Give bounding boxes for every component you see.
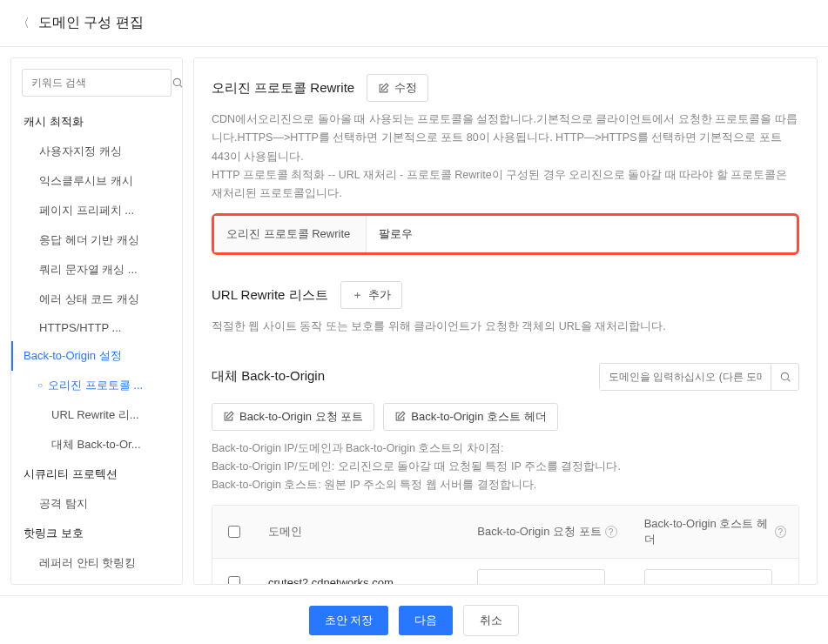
nav-item-ip-blacklist[interactable]: IP 블랙리스트/화...	[11, 578, 182, 585]
nav-item-response-header-cache[interactable]: 응답 헤더 기반 캐싱	[11, 225, 182, 255]
search-icon	[172, 77, 183, 89]
alt-origin-desc: Back-to-Origin IP/도메인과 Back-to-Origin 호스…	[212, 439, 799, 495]
alt-origin-table: 도메인 Back-to-Origin 요청 포트 ? Back-to-Origi…	[212, 505, 799, 585]
td-domain: crutest2.cdnetworks.com	[256, 559, 465, 585]
edit-icon	[394, 411, 406, 422]
origin-protocol-highlight: 오리진 프로토콜 Rewrite 팔로우	[212, 213, 799, 255]
row-checkbox[interactable]	[228, 576, 240, 585]
th-port: Back-to-Origin 요청 포트 ?	[465, 506, 631, 558]
edit-port-button[interactable]: Back-to-Origin 요청 포트	[212, 403, 374, 431]
svg-point-0	[173, 78, 180, 85]
section-url-rewrite: URL Rewrite 리스트 ＋ 추가 적절한 웹 사이트 동작 또는 보호를…	[212, 281, 799, 336]
sidebar-search-input[interactable]	[23, 70, 171, 96]
section-title-alt-origin: 대체 Back-to-Origin	[212, 368, 325, 385]
table-row: crutest2.cdnetworks.com	[212, 559, 798, 585]
port-input[interactable]	[477, 569, 605, 585]
nav-group-hotlink[interactable]: 핫링크 보호	[11, 519, 182, 548]
draft-save-button[interactable]: 초안 저장	[309, 606, 389, 635]
help-icon[interactable]: ?	[775, 526, 786, 538]
edit-button-label: 수정	[394, 80, 417, 96]
select-all-checkbox[interactable]	[228, 526, 240, 538]
edit-icon	[223, 411, 234, 422]
svg-point-2	[781, 372, 788, 379]
section-title-origin-protocol: 오리진 프로토콜 Rewrite	[212, 80, 354, 97]
nav-item-prefetch[interactable]: 페이지 프리페치 ...	[11, 196, 182, 225]
nav-group-cache[interactable]: 캐시 최적화	[11, 107, 182, 137]
origin-protocol-field-label: 오리진 프로토콜 Rewrite	[214, 216, 367, 252]
url-rewrite-desc: 적절한 웹 사이트 동작 또는 보호를 위해 클라이언트가 요청한 객체의 UR…	[212, 318, 799, 336]
nav-item-url-rewrite[interactable]: URL Rewrite 리...	[11, 400, 182, 430]
th-host: Back-to-Origin 호스트 헤더 ?	[632, 506, 798, 558]
plus-icon: ＋	[352, 287, 363, 303]
nav-item-custom-cache[interactable]: 사용자지정 캐싱	[11, 137, 182, 166]
origin-protocol-desc: CDN에서오리진으로 돌아올 때 사용되는 프로토콜을 설정합니다.기본적으로 …	[212, 111, 799, 203]
back-icon[interactable]: 〈	[17, 16, 30, 31]
nav-item-error-code-cache[interactable]: 에러 상태 코드 캐싱	[11, 285, 182, 314]
search-icon	[779, 371, 791, 383]
nav-item-origin-protocol[interactable]: 오리진 프로토콜 ...	[11, 371, 182, 400]
add-button[interactable]: ＋ 추가	[340, 281, 402, 309]
add-button-label: 추가	[368, 287, 391, 303]
section-alt-origin: 대체 Back-to-Origin Back-to-Origin 요청 포트	[212, 363, 799, 586]
th-domain: 도메인	[256, 506, 465, 558]
nav-item-query-string-cache[interactable]: 쿼리 문자열 캐싱 ...	[11, 255, 182, 285]
domain-search-input[interactable]	[600, 364, 771, 390]
edit-icon	[378, 83, 389, 94]
sidebar-search	[22, 69, 172, 97]
nav-item-exclusive-cache[interactable]: 익스클루시브 캐시	[11, 166, 182, 196]
section-origin-protocol: 오리진 프로토콜 Rewrite 수정 CDN에서오리진으로 돌아올 때 사용되…	[212, 74, 799, 255]
help-icon[interactable]: ?	[605, 526, 617, 538]
nav-item-alt-back-to-origin[interactable]: 대체 Back-to-Or...	[11, 430, 182, 460]
page-header: 〈 도메인 구성 편집	[0, 0, 828, 47]
page-title: 도메인 구성 편집	[38, 14, 144, 32]
cancel-button[interactable]: 취소	[463, 605, 519, 636]
svg-line-1	[180, 85, 183, 88]
edit-button[interactable]: 수정	[367, 74, 428, 102]
nav-item-https-http[interactable]: HTTPS/HTTP ...	[11, 314, 182, 341]
nav-group-back-to-origin[interactable]: Back-to-Origin 설정	[11, 341, 182, 371]
nav-group-security[interactable]: 시큐리티 프로텍션	[11, 460, 182, 489]
edit-port-label: Back-to-Origin 요청 포트	[239, 409, 363, 425]
domain-search-button[interactable]	[771, 364, 798, 390]
next-button[interactable]: 다음	[399, 606, 453, 635]
sidebar-search-button[interactable]	[171, 70, 183, 96]
content: 오리진 프로토콜 Rewrite 수정 CDN에서오리진으로 돌아올 때 사용되…	[193, 57, 818, 585]
footer: 초안 저장 다음 취소	[0, 595, 828, 644]
section-title-url-rewrite: URL Rewrite 리스트	[212, 287, 328, 304]
edit-host-label: Back-to-Origin 호스트 헤더	[411, 409, 546, 425]
origin-protocol-field-value: 팔로우	[367, 216, 797, 252]
host-input[interactable]	[644, 569, 772, 585]
nav-item-attack-detect[interactable]: 공격 탐지	[11, 489, 182, 519]
table-header-row: 도메인 Back-to-Origin 요청 포트 ? Back-to-Origi…	[212, 506, 798, 559]
domain-search	[599, 363, 799, 391]
nav-item-referer-anti[interactable]: 레퍼러 안티 핫링킹	[11, 548, 182, 578]
sidebar: 캐시 최적화 사용자지정 캐싱 익스클루시브 캐시 페이지 프리페치 ... 응…	[10, 57, 183, 585]
edit-host-button[interactable]: Back-to-Origin 호스트 헤더	[383, 403, 557, 431]
svg-line-3	[787, 379, 790, 381]
